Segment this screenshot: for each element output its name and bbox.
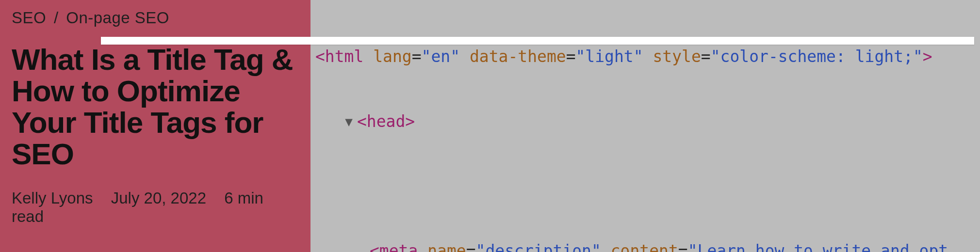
article-meta: Kelly Lyons July 20, 2022 6 min read xyxy=(12,189,299,226)
breadcrumb-separator: / xyxy=(54,9,59,27)
breadcrumb-root[interactable]: SEO xyxy=(12,9,46,27)
code-line-blank xyxy=(315,175,975,197)
code-line-head-open[interactable]: ▼<head> xyxy=(315,111,975,133)
publish-date: July 20, 2022 xyxy=(111,189,206,207)
code-line-meta[interactable]: <meta name="description" content="Learn … xyxy=(315,240,975,252)
disclosure-triangle-down-icon[interactable]: ▼ xyxy=(343,113,355,130)
breadcrumb-current[interactable]: On-page SEO xyxy=(66,9,169,27)
code-line-html-open[interactable]: <html lang="en" data-theme="light" style… xyxy=(315,46,975,68)
title-tag-callout: </span><span data-name="title-tag-text-l… xyxy=(101,37,974,45)
author-name[interactable]: Kelly Lyons xyxy=(12,189,93,207)
breadcrumb[interactable]: SEO / On-page SEO xyxy=(12,9,299,27)
page-title: What Is a Title Tag & How to Optimize Yo… xyxy=(12,44,299,170)
